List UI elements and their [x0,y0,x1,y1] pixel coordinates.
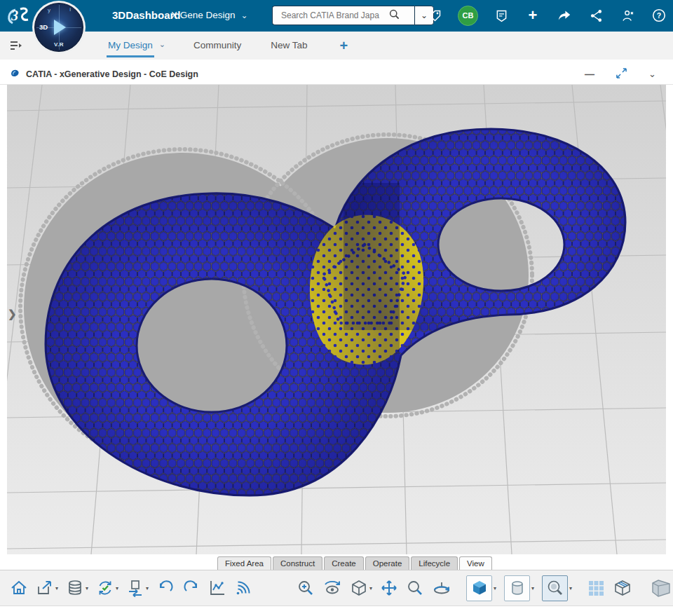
play-icon[interactable] [54,20,66,35]
chevron-down-icon[interactable]: ▾ [55,585,58,591]
tab-my-design[interactable]: My Design ⌄ [107,32,165,60]
assistant-icon[interactable] [619,7,636,24]
share-icon[interactable] [556,7,573,24]
compass-3d-label: 3D [39,23,48,31]
tab-lifecycle[interactable]: Lifecycle [411,556,458,570]
undo-button[interactable] [156,579,175,597]
pan-button[interactable] [380,579,398,597]
iso-view-button[interactable]: ▾ [466,575,496,601]
tab-new-tab[interactable]: New Tab [269,32,308,60]
badge-icon[interactable] [493,7,510,24]
magnify-tool-button[interactable]: ▾ [542,575,572,601]
brand-title: 3DDashboard [112,9,181,21]
zoom-area-button[interactable] [297,579,315,597]
app-menu[interactable]: X Gene Design ⌄ [171,10,248,20]
add-icon[interactable]: + [524,7,541,24]
search-icon[interactable] [389,9,400,22]
clipping-section-button[interactable] [613,579,632,597]
zoom-button[interactable] [406,579,424,597]
tag-icon[interactable] [426,7,443,24]
analyze-graph-button[interactable] [208,579,226,597]
signal-stream-button[interactable] [234,579,252,597]
search-bar: ⌄ [272,6,434,25]
view-cube-button[interactable]: ▾ [350,579,372,597]
3d-viewport[interactable]: ❯ [7,85,666,554]
window-controls: — ⌄ [585,67,656,82]
window-title: CATIA - xGenerative Design - CoE Design [26,69,198,79]
search-box[interactable] [272,6,414,25]
restore-button[interactable] [616,67,627,82]
clipped-edge-button[interactable] [651,577,672,597]
add-tab-button[interactable]: + [340,38,348,54]
tab-view[interactable]: View [459,556,492,570]
app-window-titlebar: CATIA - xGenerative Design - CoE Design … [0,64,673,85]
page-gap [0,60,673,64]
panel-toggle-icon[interactable] [8,39,22,55]
top-bar: 3 3DDashboard X Gene Design ⌄ ⌄ [0,0,673,32]
help-icon[interactable]: ? [651,7,667,24]
compass-quadrant-icon: i [69,6,71,13]
chevron-down-icon[interactable]: ▾ [146,585,149,591]
grid-toggle-button[interactable] [587,579,605,597]
tab-create[interactable]: Create [324,556,364,570]
sync-button[interactable]: ▾ [96,579,118,597]
search-input[interactable] [280,10,389,21]
tab-community[interactable]: Community [192,32,243,60]
catia-logo-icon [10,68,20,81]
compass-quadrant-icon: y [48,7,50,13]
save-export-button[interactable]: ▾ [36,579,58,597]
tab-fixed-area[interactable]: Fixed Area [217,556,271,570]
chevron-down-icon: ⌄ [241,13,248,18]
chevron-down-icon[interactable]: ▾ [531,585,534,591]
tab-list: My Design ⌄ Community New Tab + [107,32,348,60]
chevron-down-icon[interactable]: ▾ [86,585,88,591]
compass-dial[interactable]: y i 3D V.R [34,3,83,52]
chevron-down-icon[interactable]: ▾ [494,585,496,591]
turntable-button[interactable] [432,579,451,597]
workbench-section-tabs: Fixed Area Construct Create Operate Life… [0,554,673,570]
3dexperience-compass[interactable]: y i 3D V.R [32,1,86,54]
panel-expander-chevron[interactable]: ❯ [8,308,17,320]
home-button[interactable] [10,579,28,597]
svg-text:3: 3 [11,8,18,23]
dashboard-tab-bar: My Design ⌄ Community New Tab + [0,32,673,60]
chevron-down-icon: ⌄ [159,42,165,46]
action-bar: ▾ ▾ ▾ ▾ [0,570,673,605]
3d-scene[interactable] [7,85,666,554]
tab-operate[interactable]: Operate [365,556,410,570]
examine-orbit-button[interactable] [322,579,342,597]
minimize-button[interactable]: — [585,71,594,78]
exchange-button[interactable]: ▾ [126,579,149,597]
dassault-3ds-logo-icon[interactable]: 3 [6,4,32,30]
database-button[interactable]: ▾ [66,579,88,597]
svg-text:?: ? [657,11,661,20]
chevron-down-icon[interactable]: ▾ [369,585,372,591]
header-icons: CB + [426,5,667,26]
status-strip [0,605,673,616]
avatar[interactable]: CB [458,6,478,26]
tab-construct[interactable]: Construct [273,556,322,570]
chevron-down-icon[interactable]: ▾ [569,585,572,591]
render-style-button[interactable]: ▾ [504,575,534,601]
network-share-icon[interactable] [587,7,604,24]
redo-button[interactable] [182,579,200,597]
compass-vr-label: V.R [35,41,83,48]
collapse-chevron-icon[interactable]: ⌄ [648,71,656,77]
chevron-down-icon[interactable]: ▾ [116,585,118,591]
